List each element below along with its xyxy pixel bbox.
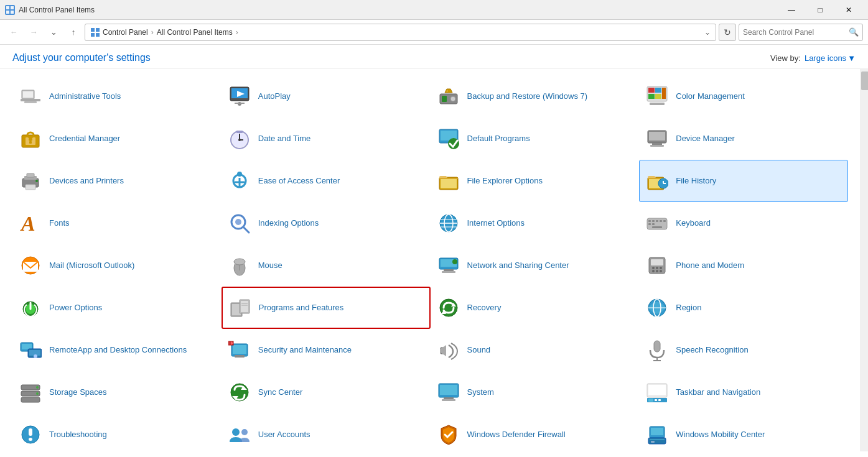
speech-label: Speech Recognition	[676, 345, 748, 356]
svg-point-150	[241, 429, 248, 435]
minimize-button[interactable]: —	[777, 0, 806, 20]
grid-item-admin-tools[interactable]: Administrative Tools	[12, 75, 222, 118]
svg-point-93	[656, 267, 658, 269]
svg-rect-56	[441, 179, 457, 188]
grid-item-devices-printers[interactable]: Devices and Printers	[12, 160, 222, 202]
power-icon	[18, 295, 43, 320]
svg-rect-45	[650, 145, 664, 147]
file-history-icon	[645, 168, 670, 193]
default-prog-label: Default Programs	[467, 134, 530, 144]
grid-item-windows-mobility[interactable]: Windows Mobility Center	[639, 413, 848, 451]
chevron-down-icon: ▼	[847, 53, 856, 63]
grid-item-taskbar[interactable]: Taskbar and Navigation	[639, 371, 848, 413]
sound-label: Sound	[467, 345, 491, 356]
grid-item-security[interactable]: Security and Maintenance	[222, 329, 431, 371]
svg-rect-121	[235, 355, 245, 358]
color-mgmt-label: Color Management	[676, 91, 745, 102]
grid-item-autoplay[interactable]: AutoPlay	[222, 75, 431, 118]
view-by-dropdown[interactable]: Large icons ▼	[805, 53, 856, 63]
color-mgmt-icon	[645, 84, 670, 109]
ease-access-icon	[227, 168, 252, 193]
svg-rect-43	[649, 132, 665, 141]
forward-button[interactable]: →	[25, 24, 42, 41]
grid-item-mail[interactable]: Mail (Microsoft Outlook)	[12, 244, 222, 287]
address-dropdown-icon[interactable]: ⌄	[704, 28, 711, 37]
svg-rect-4	[91, 28, 95, 32]
svg-rect-10	[21, 99, 40, 101]
svg-point-130	[36, 386, 39, 389]
svg-rect-73	[652, 220, 655, 222]
svg-rect-141	[648, 385, 666, 395]
grid-item-datetime[interactable]: Date and Time	[222, 118, 431, 160]
grid-item-troubleshoot[interactable]: Troubleshooting	[12, 413, 222, 451]
close-button[interactable]: ✕	[834, 0, 863, 20]
maximize-button[interactable]: □	[806, 0, 834, 20]
search-input[interactable]	[743, 28, 846, 37]
scrollbar-thumb[interactable]	[861, 72, 868, 90]
svg-rect-1	[11, 6, 14, 9]
path-control-panel[interactable]: Control Panel	[103, 28, 148, 37]
svg-point-116	[34, 354, 37, 358]
window-controls: — □ ✕	[777, 0, 863, 20]
svg-rect-148	[29, 438, 32, 441]
grid-item-remoteapp[interactable]: RemoteApp and Desktop Connections	[12, 329, 222, 371]
grid-item-sound[interactable]: Sound	[431, 329, 640, 371]
svg-point-94	[660, 267, 662, 269]
content-header: Adjust your computer's settings View by:…	[0, 45, 868, 69]
grid-item-mouse[interactable]: Mouse	[222, 244, 431, 287]
svg-point-95	[652, 270, 655, 272]
grid-item-backup[interactable]: ↕Backup and Restore (Windows 7)	[431, 75, 640, 118]
titlebar: All Control Panel Items — □ ✕	[0, 0, 868, 20]
grid-item-file-explorer[interactable]: File Explorer Options	[431, 160, 640, 202]
grid-item-windows-defender[interactable]: Windows Defender Firewall	[431, 413, 640, 451]
svg-rect-72	[648, 220, 651, 222]
svg-rect-77	[648, 223, 651, 225]
grid-item-keyboard[interactable]: Keyboard	[639, 202, 848, 244]
admin-tools-icon	[18, 84, 43, 109]
path-all-items[interactable]: All Control Panel Items	[157, 28, 233, 37]
up-button[interactable]: ↑	[65, 24, 82, 41]
grid-item-programs[interactable]: Programs and Features	[222, 287, 431, 329]
refresh-button[interactable]: ↻	[719, 24, 736, 41]
programs-label: Programs and Features	[259, 303, 344, 313]
grid-item-network[interactable]: Network and Sharing Center	[431, 244, 640, 287]
grid-item-default-prog[interactable]: Default Programs	[431, 118, 640, 160]
grid-item-ease-access[interactable]: Ease of Access Center	[222, 160, 431, 202]
system-icon	[436, 380, 461, 405]
grid-item-sync[interactable]: Sync Center	[222, 371, 431, 413]
svg-point-92	[652, 267, 655, 269]
svg-point-19	[450, 96, 455, 101]
grid-item-region[interactable]: Region	[639, 287, 848, 329]
grid-item-color-mgmt[interactable]: Color Management	[639, 75, 848, 118]
svg-rect-76	[663, 220, 666, 222]
speech-icon	[645, 338, 670, 362]
svg-rect-144	[655, 399, 657, 401]
svg-point-84	[234, 259, 245, 265]
back-button[interactable]: ←	[5, 24, 22, 41]
svg-marker-123	[441, 345, 446, 356]
grid-item-file-history[interactable]: File History	[639, 160, 848, 202]
svg-rect-103	[241, 301, 248, 312]
grid-item-speech[interactable]: Speech Recognition	[639, 329, 848, 371]
grid-item-phone-modem[interactable]: Phone and Modem	[639, 244, 848, 287]
windows-defender-label: Windows Defender Firewall	[467, 430, 566, 440]
grid-item-device-mgr[interactable]: Device Manager	[639, 118, 848, 160]
address-field[interactable]: Control Panel › All Control Panel Items …	[85, 24, 716, 41]
sync-label: Sync Center	[258, 387, 303, 398]
recent-locations-button[interactable]: ⌄	[45, 24, 62, 41]
fonts-label: Fonts	[49, 218, 70, 229]
control-panel-icon	[90, 27, 100, 37]
storage-icon	[18, 380, 43, 405]
grid-item-system[interactable]: System	[431, 371, 640, 413]
view-by-value-text: Large icons	[805, 53, 846, 63]
grid-item-storage[interactable]: Storage Spaces	[12, 371, 222, 413]
grid-item-indexing[interactable]: Indexing Options	[222, 202, 431, 244]
grid-item-user-accounts[interactable]: User Accounts	[222, 413, 431, 451]
grid-item-internet[interactable]: Internet Options	[431, 202, 640, 244]
grid-item-fonts[interactable]: AFonts	[12, 202, 222, 244]
grid-item-power[interactable]: Power Options	[12, 287, 222, 329]
mail-label: Mail (Microsoft Outlook)	[49, 261, 134, 271]
grid-item-recovery[interactable]: Recovery	[431, 287, 640, 329]
scrollbar[interactable]	[861, 69, 868, 451]
grid-item-credential[interactable]: Credential Manager	[12, 118, 222, 160]
